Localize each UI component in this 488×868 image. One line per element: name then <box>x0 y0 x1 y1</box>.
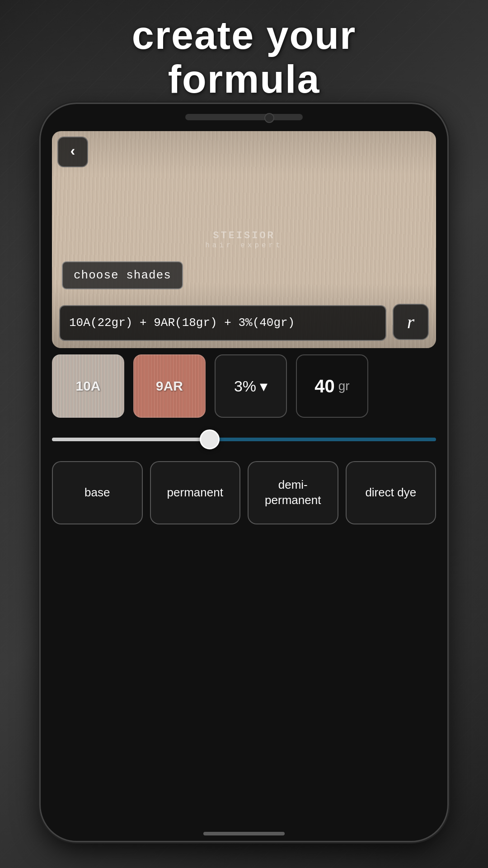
percent-selector[interactable]: 3% ▾ <box>215 354 287 418</box>
choose-shades-button[interactable]: choose shades <box>62 261 183 289</box>
slider-container <box>52 430 436 448</box>
back-icon: ‹ <box>68 145 77 159</box>
back-button[interactable]: ‹ <box>57 137 88 167</box>
choose-shades-label: choose shades <box>74 269 171 282</box>
dropdown-arrow-icon: ▾ <box>260 377 267 395</box>
type-button-base-label: base <box>84 485 110 500</box>
type-button-direct-dye[interactable]: direct dye <box>346 461 436 524</box>
phone-camera <box>264 113 274 123</box>
slider-thumb[interactable] <box>200 429 220 449</box>
swatch-10a[interactable] <box>52 354 124 418</box>
type-button-permanent[interactable]: permanent <box>150 461 241 524</box>
type-button-permanent-label: permanent <box>167 485 223 500</box>
r-badge[interactable]: r <box>393 304 429 340</box>
header-title: create your formula <box>0 14 488 101</box>
home-bar <box>203 832 285 835</box>
formula-text: 10A(22gr) + 9AR(18gr) + 3%(40gr) <box>69 316 295 330</box>
watermark-app-name: Steisior <box>205 230 283 241</box>
swatch-9ar[interactable] <box>133 354 206 418</box>
percent-value: 3% <box>234 377 256 395</box>
formula-box: 10A(22gr) + 9AR(18gr) + 3%(40gr) <box>59 305 386 341</box>
type-buttons-row: base permanent demi-permanent direct dye <box>52 461 436 524</box>
title-line1: create your <box>132 13 356 57</box>
swatches-row: 3% ▾ 40 gr <box>52 354 436 418</box>
phone-notch <box>185 114 303 120</box>
type-button-demi-permanent[interactable]: demi-permanent <box>248 461 338 524</box>
r-badge-label: r <box>407 311 414 333</box>
watermark-subtitle: hair expert <box>205 241 283 250</box>
gr-value: 40 <box>314 376 335 396</box>
gr-selector[interactable]: 40 gr <box>296 354 368 418</box>
phone-inner: Steisior hair expert ‹ choose shades 10A… <box>52 131 436 823</box>
type-button-base[interactable]: base <box>52 461 143 524</box>
title-line2: formula <box>168 57 320 101</box>
gr-unit: gr <box>338 379 350 393</box>
phone-frame: Steisior hair expert ‹ choose shades 10A… <box>41 104 447 841</box>
type-button-direct-dye-label: direct dye <box>365 485 416 500</box>
slider-track <box>52 438 436 441</box>
type-button-demi-permanent-label: demi-permanent <box>253 477 333 508</box>
